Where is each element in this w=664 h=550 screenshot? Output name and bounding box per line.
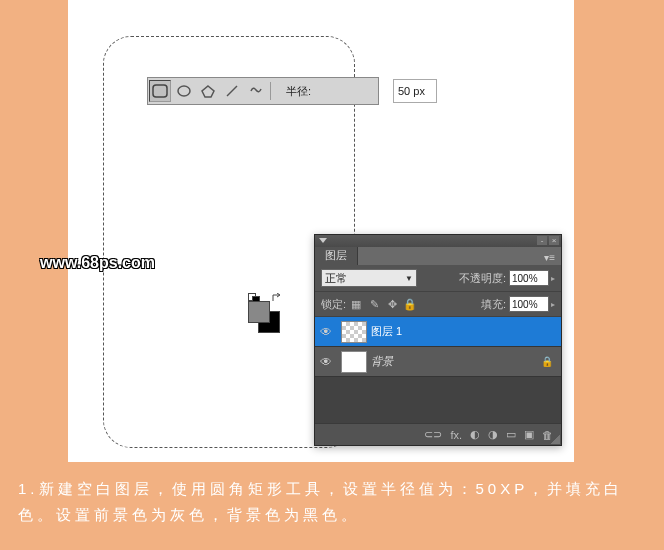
fill-input[interactable] bbox=[509, 296, 549, 312]
lock-position-icon[interactable]: ✥ bbox=[385, 297, 399, 311]
layer-thumbnail[interactable] bbox=[341, 321, 367, 343]
panel-footer: ⊂⊃ fx. ◐ ◑ ▭ ▣ 🗑 bbox=[315, 423, 561, 445]
lock-transparency-icon[interactable]: ▦ bbox=[349, 297, 363, 311]
panel-menu-icon[interactable]: ▾≡ bbox=[538, 250, 561, 265]
layer-name[interactable]: 图层 1 bbox=[371, 324, 561, 339]
fx-icon[interactable]: fx. bbox=[450, 429, 462, 441]
group-icon[interactable]: ▭ bbox=[506, 428, 516, 441]
layer-row[interactable]: 👁 图层 1 bbox=[315, 317, 561, 347]
foreground-color-swatch[interactable] bbox=[248, 301, 270, 323]
divider bbox=[270, 82, 280, 100]
custom-shape-tool-icon[interactable] bbox=[245, 80, 267, 102]
radius-input[interactable] bbox=[393, 79, 437, 103]
svg-rect-0 bbox=[153, 85, 167, 97]
layer-name[interactable]: 背景 bbox=[371, 354, 541, 369]
radius-label: 半径: bbox=[286, 84, 311, 99]
blend-mode-value: 正常 bbox=[325, 271, 347, 286]
panel-collapse-icon[interactable] bbox=[319, 238, 327, 243]
line-tool-icon[interactable] bbox=[221, 80, 243, 102]
chevron-down-icon: ▼ bbox=[405, 274, 413, 283]
shape-options-bar: 半径: bbox=[147, 77, 379, 105]
layer-row[interactable]: 👁 背景 🔒 bbox=[315, 347, 561, 377]
layers-empty-area[interactable] bbox=[315, 377, 561, 423]
foreground-background-swatch[interactable] bbox=[248, 293, 282, 333]
panel-close-icon[interactable]: × bbox=[549, 236, 559, 245]
fill-flyout-icon[interactable]: ▸ bbox=[551, 300, 555, 309]
rounded-rect-tool-icon[interactable] bbox=[149, 80, 171, 102]
opacity-flyout-icon[interactable]: ▸ bbox=[551, 274, 555, 283]
lock-fill-row: 锁定: ▦ ✎ ✥ 🔒 填充: ▸ bbox=[315, 292, 561, 317]
svg-point-1 bbox=[178, 86, 190, 96]
watermark: www.68ps.com bbox=[40, 254, 155, 272]
resize-handle-icon[interactable] bbox=[550, 434, 560, 444]
blend-opacity-row: 正常▼ 不透明度: ▸ bbox=[315, 265, 561, 292]
mask-icon[interactable]: ◐ bbox=[470, 428, 480, 441]
lock-icon: 🔒 bbox=[541, 356, 561, 367]
visibility-icon[interactable]: 👁 bbox=[315, 325, 337, 339]
polygon-tool-icon[interactable] bbox=[197, 80, 219, 102]
swap-colors-icon[interactable] bbox=[271, 293, 281, 303]
adjustment-icon[interactable]: ◑ bbox=[488, 428, 498, 441]
opacity-label: 不透明度: bbox=[459, 271, 506, 286]
link-layers-icon[interactable]: ⊂⊃ bbox=[424, 428, 442, 441]
new-layer-icon[interactable]: ▣ bbox=[524, 428, 534, 441]
layers-panel: - × 图层 ▾≡ 正常▼ 不透明度: ▸ 锁定: ▦ ✎ ✥ 🔒 填充: ▸ … bbox=[314, 234, 562, 446]
svg-marker-2 bbox=[202, 86, 214, 97]
svg-line-3 bbox=[227, 86, 237, 96]
blend-mode-dropdown[interactable]: 正常▼ bbox=[321, 269, 417, 287]
ellipse-tool-icon[interactable] bbox=[173, 80, 195, 102]
fill-label: 填充: bbox=[481, 297, 506, 312]
lock-label: 锁定: bbox=[321, 297, 346, 312]
panel-titlebar[interactable]: - × bbox=[315, 235, 561, 247]
panel-tabs: 图层 ▾≡ bbox=[315, 247, 561, 265]
layer-thumbnail[interactable] bbox=[341, 351, 367, 373]
lock-all-icon[interactable]: 🔒 bbox=[403, 297, 417, 311]
opacity-input[interactable] bbox=[509, 270, 549, 286]
layers-list: 👁 图层 1 👁 背景 🔒 bbox=[315, 317, 561, 423]
tab-layers[interactable]: 图层 bbox=[315, 246, 358, 265]
panel-minimize-icon[interactable]: - bbox=[537, 236, 547, 245]
instruction-text: 1.新建空白图层，使用圆角矩形工具，设置半径值为：50XP，并填充白色。设置前景… bbox=[18, 476, 646, 528]
lock-paint-icon[interactable]: ✎ bbox=[367, 297, 381, 311]
visibility-icon[interactable]: 👁 bbox=[315, 355, 337, 369]
